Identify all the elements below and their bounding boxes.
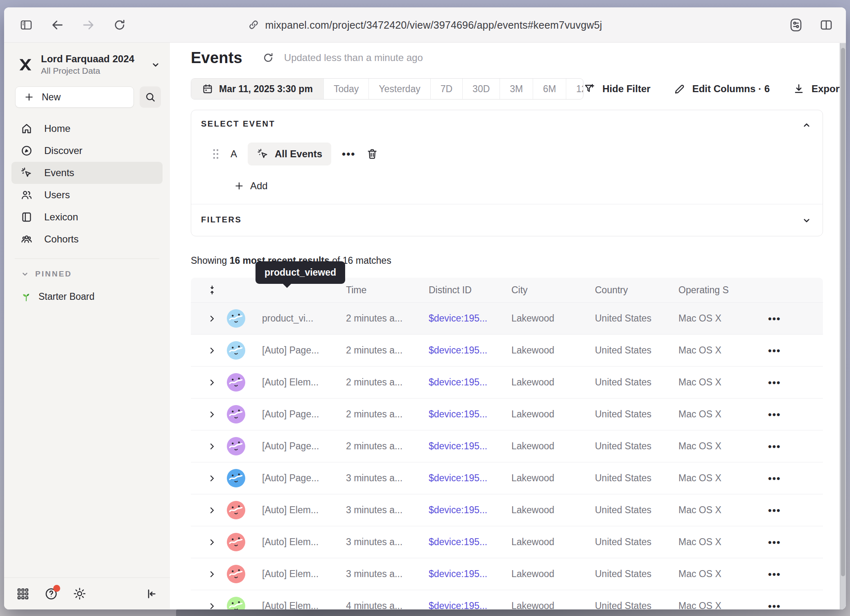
column-header-distinct-id[interactable]: Distinct ID	[429, 285, 511, 296]
row-more-button[interactable]: •••	[756, 441, 823, 452]
add-event-button[interactable]: Add	[234, 180, 813, 192]
split-view-icon[interactable]	[819, 18, 834, 32]
edit-columns-button[interactable]: Edit Columns · 6	[674, 83, 770, 95]
url-text: mixpanel.com/project/3472420/view/397469…	[265, 19, 602, 31]
sidebar-toggle-icon[interactable]	[19, 18, 34, 32]
row-more-button[interactable]: •••	[756, 313, 823, 324]
distinct-id-link[interactable]: $device:195...	[429, 537, 511, 548]
reload-icon[interactable]	[112, 18, 127, 32]
vertical-scrollbar[interactable]	[840, 43, 846, 609]
distinct-id-link[interactable]: $device:195...	[429, 377, 511, 388]
mixpanel-logo-icon	[16, 56, 34, 74]
distinct-id-link[interactable]: $device:195...	[429, 473, 511, 484]
table-row[interactable]: [Auto] Page...3 minutes a...$device:195.…	[191, 462, 823, 494]
table-row[interactable]: [Auto] Elem...4 minutes a...$device:195.…	[191, 590, 823, 609]
column-header-os[interactable]: Operating S	[678, 285, 756, 296]
expand-row-icon[interactable]	[202, 537, 222, 547]
column-header-time[interactable]: Time	[346, 285, 429, 296]
chevron-up-icon[interactable]	[801, 120, 812, 131]
distinct-id-link[interactable]: $device:195...	[429, 345, 511, 356]
expand-row-icon[interactable]	[202, 569, 222, 579]
range-segment-6m[interactable]: 6M	[533, 79, 566, 99]
sidebar-item-label: Home	[44, 123, 70, 134]
row-more-button[interactable]: •••	[756, 345, 823, 356]
sidebar-item-events[interactable]: Events	[11, 162, 163, 184]
distinct-id-link[interactable]: $device:195...	[429, 568, 511, 580]
sidebar-item-cohorts[interactable]: Cohorts	[11, 228, 163, 250]
export-button[interactable]: Export	[793, 83, 843, 95]
expand-row-icon[interactable]	[202, 410, 222, 419]
pinned-section-header[interactable]: PINNED	[4, 259, 170, 279]
distinct-id-link[interactable]: $device:195...	[429, 409, 511, 420]
expand-row-icon[interactable]	[202, 378, 222, 387]
date-label: Mar 11, 2025 3:30 pm	[219, 84, 313, 95]
help-button[interactable]	[44, 587, 58, 601]
os-cell: Mac OS X	[678, 313, 756, 324]
date-picker-segment[interactable]: Mar 11, 2025 3:30 pm	[191, 79, 324, 99]
hide-filter-button[interactable]: Hide Filter	[583, 83, 650, 95]
scrollbar-thumb[interactable]	[841, 48, 845, 576]
expand-row-icon[interactable]	[202, 442, 222, 451]
browser-toolbar: mixpanel.com/project/3472420/view/397469…	[4, 7, 846, 43]
address-bar[interactable]: mixpanel.com/project/3472420/view/397469…	[248, 19, 602, 31]
apps-grid-icon[interactable]	[16, 587, 29, 600]
refresh-icon[interactable]	[262, 52, 274, 64]
sidebar-item-discover[interactable]: Discover	[11, 140, 163, 162]
row-more-button[interactable]: •••	[756, 568, 823, 580]
expand-row-icon[interactable]	[202, 505, 222, 515]
city-cell: Lakewood	[511, 313, 595, 324]
event-avatar	[227, 597, 245, 609]
row-more-button[interactable]: •••	[756, 473, 823, 484]
drag-handle-icon[interactable]	[212, 148, 220, 160]
collapse-sidebar-icon[interactable]	[145, 587, 158, 600]
expand-row-icon[interactable]	[202, 346, 222, 356]
pinned-item-starter-board[interactable]: Starter Board	[4, 279, 170, 302]
os-cell: Mac OS X	[678, 345, 756, 356]
distinct-id-link[interactable]: $device:195...	[429, 600, 511, 609]
expand-row-icon[interactable]	[202, 473, 222, 483]
range-segment-12m[interactable]: 12M	[566, 79, 583, 99]
sidebar-item-home[interactable]: Home	[11, 118, 163, 140]
column-header-city[interactable]: City	[511, 285, 595, 296]
event-name-cell: [Auto] Elem...	[249, 600, 346, 609]
table-row[interactable]: product_vi...2 minutes a...$device:195..…	[191, 302, 823, 334]
distinct-id-link[interactable]: $device:195...	[429, 441, 511, 452]
table-row[interactable]: [Auto] Page...2 minutes a...$device:195.…	[191, 334, 823, 366]
table-row[interactable]: [Auto] Elem...3 minutes a...$device:195.…	[191, 526, 823, 558]
row-more-button[interactable]: •••	[756, 377, 823, 388]
column-header-country[interactable]: Country	[595, 285, 678, 296]
collapse-all-icon[interactable]	[202, 285, 222, 295]
sidebar-item-lexicon[interactable]: Lexicon	[11, 206, 163, 228]
distinct-id-link[interactable]: $device:195...	[429, 313, 511, 324]
range-segment-today[interactable]: Today	[324, 79, 369, 99]
table-row[interactable]: [Auto] Page...2 minutes a...$device:195.…	[191, 430, 823, 462]
event-more-button[interactable]: •••	[342, 148, 355, 161]
new-button[interactable]: New	[15, 86, 134, 108]
range-segment-7d[interactable]: 7D	[431, 79, 463, 99]
range-segment-30d[interactable]: 30D	[463, 79, 500, 99]
search-button[interactable]	[140, 86, 161, 108]
distinct-id-link[interactable]: $device:195...	[429, 505, 511, 516]
settings-gear-icon[interactable]	[73, 587, 86, 600]
table-row[interactable]: [Auto] Page...2 minutes a...$device:195.…	[191, 398, 823, 430]
expand-row-icon[interactable]	[202, 314, 222, 324]
chevron-down-icon[interactable]	[801, 215, 812, 226]
row-more-button[interactable]: •••	[756, 537, 823, 548]
row-more-button[interactable]: •••	[756, 505, 823, 516]
project-switcher[interactable]: Lord Farquaad 2024 All Project Data	[4, 43, 170, 79]
table-row[interactable]: [Auto] Elem...2 minutes a...$device:195.…	[191, 366, 823, 398]
expand-row-icon[interactable]	[202, 601, 222, 610]
table-row[interactable]: [Auto] Elem...3 minutes a...$device:195.…	[191, 494, 823, 526]
trash-icon[interactable]	[366, 148, 378, 160]
back-icon[interactable]	[50, 18, 65, 32]
range-segment-yesterday[interactable]: Yesterday	[369, 79, 430, 99]
row-more-button[interactable]: •••	[756, 600, 823, 610]
time-cell: 2 minutes a...	[346, 345, 429, 356]
table-row[interactable]: [Auto] Elem...3 minutes a...$device:195.…	[191, 558, 823, 590]
page-settings-icon[interactable]	[789, 18, 803, 32]
sidebar-item-label: Events	[44, 167, 74, 179]
all-events-chip[interactable]: All Events	[248, 143, 331, 165]
sidebar-item-users[interactable]: Users	[11, 184, 163, 206]
range-segment-3m[interactable]: 3M	[500, 79, 533, 99]
row-more-button[interactable]: •••	[756, 409, 823, 420]
